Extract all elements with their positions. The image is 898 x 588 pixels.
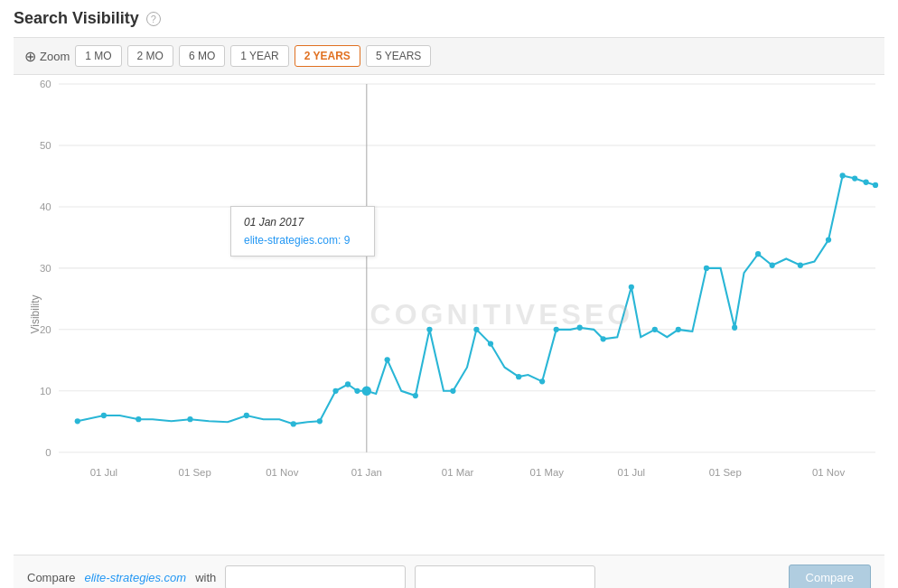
svg-text:01 Jul: 01 Jul	[618, 467, 645, 478]
svg-point-57	[863, 180, 868, 185]
period-btn-1mo[interactable]: 1 MO	[75, 45, 121, 67]
svg-text:30: 30	[40, 263, 51, 274]
svg-text:0: 0	[45, 447, 51, 458]
svg-text:01 Nov: 01 Nov	[812, 467, 845, 478]
svg-point-46	[629, 285, 634, 290]
svg-text:60: 60	[40, 79, 51, 89]
svg-point-55	[840, 173, 846, 178]
svg-point-53	[798, 263, 803, 268]
chart-area: Visibility COGNITIVESEO 0 10 20 30 40 50…	[14, 75, 884, 555]
svg-point-44	[577, 325, 583, 331]
svg-point-30	[317, 418, 323, 424]
svg-point-38	[450, 388, 455, 394]
svg-text:01 Jan: 01 Jan	[351, 467, 382, 478]
svg-point-24	[75, 418, 80, 424]
svg-point-58	[873, 182, 878, 188]
period-btn-2years[interactable]: 2 YEARS	[295, 45, 360, 67]
svg-point-50	[732, 325, 737, 331]
period-btn-1year[interactable]: 1 YEAR	[230, 45, 288, 67]
svg-point-42	[539, 378, 545, 384]
svg-text:50: 50	[40, 140, 51, 151]
compare-with-label: with	[195, 571, 216, 584]
svg-point-41	[516, 374, 521, 379]
compare-label: Compare	[27, 571, 75, 584]
svg-point-45	[601, 336, 606, 341]
svg-point-37	[426, 327, 432, 332]
svg-point-27	[187, 416, 192, 422]
svg-point-39	[473, 327, 479, 332]
svg-point-31	[332, 388, 338, 394]
svg-point-49	[704, 266, 709, 271]
svg-point-26	[136, 416, 141, 422]
toolbar: ⊕ Zoom 1 MO 2 MO 6 MO 1 YEAR 2 YEARS 5 Y…	[14, 37, 884, 75]
svg-point-54	[826, 237, 831, 242]
help-icon[interactable]: ?	[146, 12, 161, 26]
zoom-icon: ⊕	[24, 48, 36, 65]
compare-input-1[interactable]	[225, 565, 406, 588]
zoom-label: Zoom	[40, 50, 70, 63]
svg-point-34	[362, 387, 371, 396]
svg-point-51	[755, 251, 761, 257]
compare-site-link[interactable]: elite-strategies.com	[84, 571, 186, 584]
svg-point-40	[488, 341, 493, 346]
svg-point-43	[554, 327, 559, 332]
compare-input-2[interactable]	[415, 565, 595, 588]
compare-button[interactable]: Compare	[789, 565, 871, 588]
period-btn-6mo[interactable]: 6 MO	[179, 45, 225, 67]
svg-point-35	[385, 357, 390, 362]
svg-point-36	[413, 393, 418, 398]
svg-text:01 Jul: 01 Jul	[90, 467, 117, 478]
svg-text:01 Mar: 01 Mar	[442, 467, 474, 478]
chart-svg: 0 10 20 30 40 50 60 01 Jul 01 Sep 01 Nov…	[59, 84, 875, 518]
y-axis-label: Visibility	[29, 295, 42, 334]
svg-text:01 Sep: 01 Sep	[179, 467, 211, 478]
svg-point-47	[652, 327, 658, 332]
svg-point-25	[101, 413, 107, 418]
svg-point-48	[676, 327, 681, 332]
svg-text:10: 10	[40, 386, 51, 397]
page-title: Search Visibility	[14, 9, 139, 28]
period-btn-5years[interactable]: 5 YEARS	[366, 45, 431, 67]
period-btn-2mo[interactable]: 2 MO	[127, 45, 173, 67]
svg-text:01 Nov: 01 Nov	[266, 467, 298, 478]
compare-bar: Compare elite-strategies.com with Compar…	[14, 555, 884, 588]
svg-point-56	[852, 175, 857, 181]
svg-point-32	[345, 381, 351, 387]
svg-point-52	[770, 263, 775, 268]
svg-point-29	[291, 421, 296, 426]
svg-point-33	[354, 388, 360, 394]
svg-point-28	[244, 413, 249, 418]
svg-text:20: 20	[40, 324, 51, 335]
svg-text:01 Sep: 01 Sep	[709, 467, 742, 478]
svg-text:40: 40	[40, 201, 51, 212]
svg-text:01 May: 01 May	[530, 467, 565, 478]
